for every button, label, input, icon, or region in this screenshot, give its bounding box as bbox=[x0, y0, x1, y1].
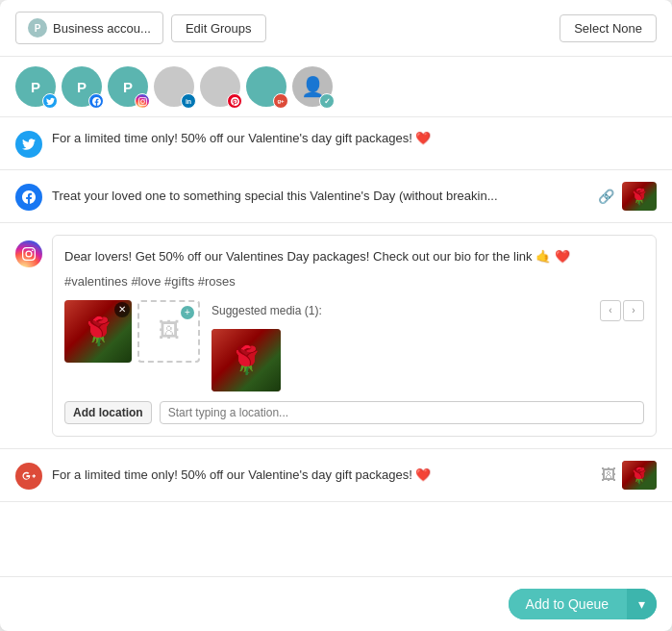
add-to-queue-button[interactable]: Add to Queue ▾ bbox=[509, 589, 657, 619]
location-input[interactable] bbox=[160, 401, 644, 424]
twitter-post-content bbox=[52, 129, 657, 147]
facebook-badge bbox=[88, 93, 104, 109]
add-location-button[interactable]: Add location bbox=[64, 401, 152, 424]
plus-icon: + bbox=[181, 306, 194, 319]
dropdown-arrow-icon[interactable]: ▾ bbox=[627, 589, 657, 619]
link-icon: 🔗 bbox=[598, 189, 614, 204]
linkedin-badge: in bbox=[181, 93, 196, 109]
googleplus-post-icons: 🖼 bbox=[601, 461, 657, 490]
instagram-post-row: Dear lovers! Get 50% off our Valentines … bbox=[0, 223, 672, 449]
twitter-post-input[interactable] bbox=[52, 130, 657, 147]
add-media-button[interactable]: 🖼 + bbox=[137, 300, 200, 363]
avatar-pinterest[interactable] bbox=[200, 66, 240, 107]
edit-groups-button[interactable]: Edit Groups bbox=[171, 14, 266, 42]
avatar-facebook[interactable]: P bbox=[62, 66, 102, 107]
suggested-header: Suggested media (1): ‹ › bbox=[212, 300, 644, 321]
avatars-row: P P P in bbox=[0, 57, 672, 117]
add-to-queue-label: Add to Queue bbox=[509, 589, 626, 619]
instagram-media-row: ✕ 🖼 + Suggested media (1): ‹ bbox=[64, 300, 644, 391]
suggested-prev-button[interactable]: ‹ bbox=[600, 300, 621, 321]
instagram-hashtags: #valentines #love #gifts #roses bbox=[64, 274, 644, 289]
googleplus-thumb bbox=[622, 461, 657, 490]
avatar-googleplus[interactable]: g+ bbox=[246, 66, 286, 107]
facebook-post-input[interactable] bbox=[52, 188, 590, 205]
instagram-badge bbox=[135, 93, 150, 109]
header: P Business accou... Edit Groups Select N… bbox=[0, 0, 672, 57]
instagram-images: ✕ 🖼 + bbox=[64, 300, 200, 363]
instagram-body-text: Dear lovers! Get 50% off our Valentines … bbox=[64, 247, 644, 266]
suggested-media: Suggested media (1): ‹ › bbox=[212, 300, 644, 391]
instagram-post-content: Dear lovers! Get 50% off our Valentines … bbox=[52, 235, 657, 437]
facebook-thumb bbox=[622, 182, 657, 211]
googleplus-post-row: For a limited time only! 50% off our Val… bbox=[0, 449, 672, 502]
suggested-label: Suggested media (1): bbox=[212, 304, 322, 317]
googleplus-post-text: For a limited time only! 50% off our Val… bbox=[52, 467, 591, 482]
facebook-icon bbox=[15, 184, 42, 211]
facebook-post-row: 🔗 bbox=[0, 170, 672, 223]
suggested-image[interactable] bbox=[212, 329, 281, 391]
twitter-icon bbox=[15, 131, 42, 158]
instagram-image-1: ✕ bbox=[64, 300, 132, 363]
business-account-button[interactable]: P Business accou... bbox=[15, 12, 163, 44]
facebook-post-content: 🔗 bbox=[52, 182, 657, 211]
avatar-user[interactable]: 👤 ✓ bbox=[292, 66, 333, 107]
check-badge: ✓ bbox=[319, 93, 335, 109]
suggested-nav: ‹ › bbox=[600, 300, 644, 321]
twitter-badge bbox=[42, 93, 58, 109]
footer: Add to Queue ▾ bbox=[0, 576, 672, 631]
main-container: P Business accou... Edit Groups Select N… bbox=[0, 0, 672, 631]
instagram-icon bbox=[15, 240, 42, 267]
suggested-next-button[interactable]: › bbox=[623, 300, 644, 321]
select-none-button[interactable]: Select None bbox=[560, 14, 657, 42]
avatar-twitter[interactable]: P bbox=[15, 66, 56, 107]
business-avatar: P bbox=[28, 18, 47, 38]
avatar-instagram[interactable]: P bbox=[108, 66, 148, 107]
image-icon: 🖼 bbox=[159, 318, 180, 343]
instagram-card: Dear lovers! Get 50% off our Valentines … bbox=[52, 235, 657, 437]
googleplus-badge: g+ bbox=[273, 93, 288, 109]
avatar-linkedin[interactable]: in bbox=[154, 66, 194, 107]
googleplus-icon bbox=[15, 463, 42, 490]
image-upload-icon[interactable]: 🖼 bbox=[601, 467, 616, 484]
business-account-label: Business accou... bbox=[53, 21, 151, 36]
pinterest-badge bbox=[227, 93, 242, 109]
twitter-post-row bbox=[0, 117, 672, 170]
remove-image-button[interactable]: ✕ bbox=[114, 302, 130, 317]
posts-area: 🔗 Dear lovers! Get 50% off our Valentine… bbox=[0, 117, 672, 576]
location-row: Add location bbox=[64, 401, 644, 424]
